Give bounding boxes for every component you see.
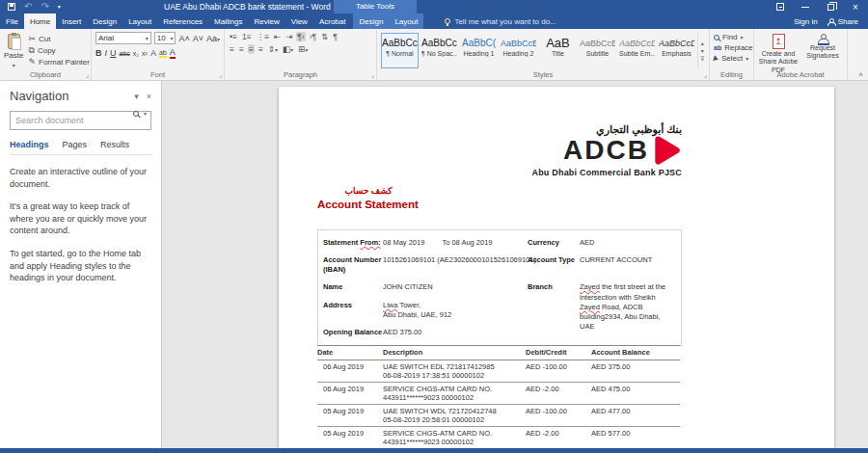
text-effects-button[interactable]: A (150, 48, 156, 58)
style-item[interactable]: AaBbCcDc ¶ No Spac... (420, 33, 458, 68)
styles-dialog-launcher[interactable]: ⌟ (704, 71, 707, 79)
navigation-tab[interactable]: Results (100, 140, 129, 149)
multilevel-list-button[interactable]: ⋮≡ (256, 32, 270, 41)
close-button[interactable]: × (843, 0, 868, 13)
subscript-button[interactable]: x₂ (133, 50, 139, 57)
ribbon-tab[interactable]: File (0, 13, 24, 29)
select-icon (713, 55, 719, 62)
name-value: JOHN CITIZEN (383, 282, 528, 292)
select-button[interactable]: Select▾ (714, 54, 749, 63)
search-icon[interactable] (133, 111, 139, 117)
navigation-tabs: HeadingsPagesResults (10, 140, 151, 155)
ribbon-tab[interactable]: Acrobat (313, 13, 352, 29)
share-button[interactable]: Share (827, 17, 858, 26)
line-spacing-button[interactable]: ⇕▾ (267, 44, 279, 54)
copy-button[interactable]: ⧉Copy (28, 46, 89, 55)
change-case-button[interactable]: Aa▾ (206, 34, 220, 43)
style-item[interactable]: AaBbCcE Subtitle (579, 33, 616, 68)
account-type-label: Account Type (528, 255, 580, 275)
undo-icon[interactable]: ↶ (24, 2, 32, 12)
borders-button[interactable]: ⊞▾ (297, 44, 309, 54)
ribbon-tab[interactable]: Review (248, 13, 285, 29)
cut-button[interactable]: ✂Cut (28, 35, 89, 43)
search-input[interactable] (10, 111, 151, 130)
navigation-title: Navigation (10, 89, 68, 103)
find-button[interactable]: Find▾ (714, 33, 749, 41)
align-left-button[interactable]: ≡ (229, 44, 235, 54)
restore-button[interactable] (818, 0, 843, 13)
right-to-left-button[interactable]: ›¶ (309, 32, 317, 41)
transaction-amount: AED -100.00 (526, 407, 591, 424)
request-signatures-button[interactable]: Request Signatures (802, 32, 843, 68)
text-highlight-button[interactable]: ab (159, 49, 167, 58)
ribbon-display-options-button[interactable] (768, 0, 793, 13)
minimize-button[interactable] (793, 0, 818, 13)
navigation-close-icon[interactable]: × (147, 92, 151, 101)
styles-up-button[interactable]: ▴ (700, 40, 704, 46)
style-name: ¶ No Spac... (421, 50, 457, 57)
navigation-options-icon[interactable]: ▾ (134, 92, 139, 101)
bullets-button[interactable]: •≡ (229, 32, 238, 41)
align-right-button[interactable]: ≡ (248, 44, 255, 54)
ribbon-tab[interactable]: Mailings (208, 13, 248, 29)
sort-button[interactable]: ⇅ (320, 32, 329, 41)
paste-button[interactable]: Paste ▾ (4, 32, 23, 68)
show-formatting-button[interactable]: ¶ (332, 32, 339, 41)
strikethrough-button[interactable]: abc (120, 50, 130, 57)
increase-indent-button[interactable]: ⇥ (285, 32, 293, 41)
save-icon[interactable] (8, 3, 15, 11)
font-dialog-launcher[interactable]: ⌟ (219, 71, 222, 79)
tell-me-box[interactable]: Tell me what you want to do... (445, 13, 556, 29)
numbering-button[interactable]: 1≡ (241, 32, 253, 41)
qat-customize-icon[interactable]: ▾ (58, 4, 61, 10)
status-bar (0, 448, 868, 453)
transaction-balance: AED 477.00 (591, 407, 680, 424)
decrease-indent-button[interactable]: ⇤ (273, 32, 282, 41)
superscript-button[interactable]: x² (142, 50, 148, 57)
style-item[interactable]: AaB Title (539, 33, 577, 68)
redo-icon[interactable]: ↷ (41, 2, 48, 12)
shrink-font-button[interactable]: A˅ (193, 34, 203, 43)
style-item[interactable]: AaBbCcDi Emphasis (658, 33, 695, 68)
paragraph-group-label: Paragraph (225, 70, 376, 79)
font-color-button[interactable]: A (170, 47, 176, 59)
replace-button[interactable]: abReplace (714, 43, 749, 52)
font-name-combobox[interactable]: Arial▾ (95, 32, 151, 44)
navigation-tab[interactable]: Headings (10, 140, 49, 149)
ribbon-tab[interactable]: Design (87, 13, 122, 29)
ribbon-tab[interactable]: Home (24, 13, 56, 29)
clipboard-dialog-launcher[interactable]: ⌟ (86, 71, 89, 79)
paragraph-dialog-launcher[interactable]: ⌟ (371, 71, 374, 79)
ribbon-tab[interactable]: References (157, 13, 208, 29)
document-page[interactable]: بنك أبوظبي التجاري ADCB Abu Dhabi Commer… (279, 87, 834, 448)
shading-button[interactable]: ◧▾ (282, 44, 294, 54)
underline-button[interactable]: U (110, 48, 117, 58)
style-item[interactable]: AaBbCcDi Subtle Em... (618, 33, 656, 68)
sign-in-link[interactable]: Sign in (794, 17, 817, 26)
align-center-button[interactable]: ≡ (238, 44, 245, 54)
create-pdf-button[interactable]: ↥ Create and Share Adobe PDF (758, 32, 799, 68)
navigation-tab[interactable]: Pages (63, 140, 88, 149)
justify-button[interactable]: ≡ (258, 44, 264, 54)
ribbon-tab-row: FileHomeInsertDesignLayoutReferencesMail… (0, 13, 868, 29)
table-tools-tab[interactable]: Design (353, 13, 389, 29)
styles-down-button[interactable]: ▾ (700, 47, 704, 54)
collapse-ribbon-button[interactable]: ˄ (858, 70, 863, 79)
left-to-right-button[interactable]: ¶‹ (296, 32, 305, 41)
ribbon-tab[interactable]: View (285, 13, 313, 29)
bold-button[interactable]: B (95, 48, 102, 58)
format-painter-button[interactable]: ✎Format Painter (28, 58, 89, 67)
style-item[interactable]: AaBbC( Heading 1 (460, 33, 498, 68)
font-size-combobox[interactable]: 10▾ (154, 32, 176, 44)
ribbon-tab[interactable]: Layout (122, 13, 157, 29)
search-dropdown-icon[interactable]: ▾ (144, 110, 147, 117)
table-tools-tab[interactable]: Layout (389, 13, 423, 29)
paste-icon (8, 34, 20, 49)
ribbon-tab[interactable]: Insert (56, 13, 87, 29)
style-item[interactable]: AaBbCcDc ¶ Normal (381, 33, 419, 68)
italic-button[interactable]: I (105, 48, 108, 58)
grow-font-button[interactable]: A˄ (178, 34, 189, 43)
styles-more-button[interactable]: ⊽ (700, 55, 704, 62)
acrobat-group-label: Adobe Acrobat (754, 70, 847, 79)
style-item[interactable]: AaBbCcE Heading 2 (500, 33, 537, 68)
